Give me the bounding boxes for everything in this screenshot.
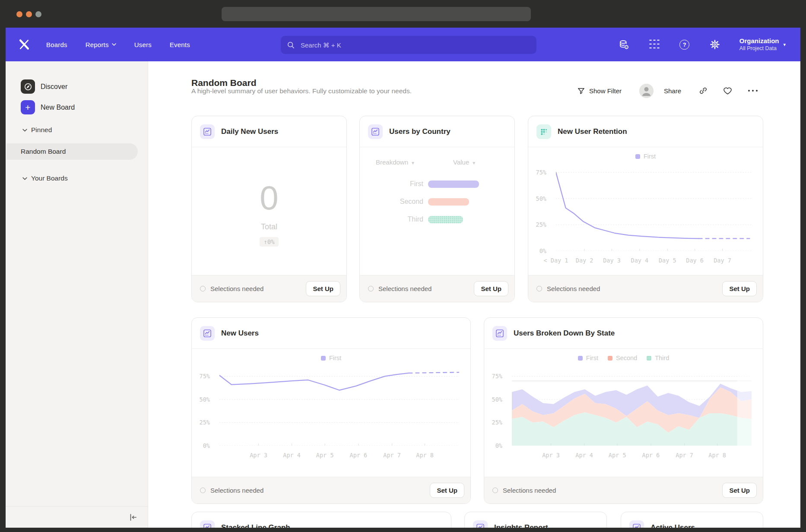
top-nav: Boards Reports Users Events (6, 28, 800, 61)
show-filter-button[interactable]: Show Filter (577, 83, 622, 98)
legend-label: Third (655, 355, 669, 361)
copy-link-button[interactable] (698, 83, 708, 98)
ubc-rows: FirstSecondThird (360, 179, 514, 232)
set-up-button[interactable]: Set Up (306, 281, 340, 296)
y-axis-labels: 75%50%25%0% (484, 367, 507, 446)
breakdown-label: Third (360, 215, 428, 223)
y-tick-label: 50% (536, 195, 546, 202)
caret-down-icon: ▼ (411, 161, 415, 165)
card-users-by-state: Users Broken Down By State FirstSecondTh… (484, 317, 763, 504)
sidebar: Discover + New Board Pinned Random Board… (6, 61, 148, 528)
x-tick-label: Apr 5 (609, 452, 626, 459)
legend-swatch-icon (635, 154, 640, 159)
status-text: Selections needed (503, 487, 556, 494)
value-bar (428, 198, 469, 206)
more-options-button[interactable] (747, 83, 758, 98)
legend-item: Second (608, 355, 637, 361)
nav-item-reports[interactable]: Reports (86, 41, 116, 48)
breakdown-row: Second (360, 196, 514, 207)
x-tick-label: Day 5 (659, 257, 676, 264)
card-new-user-retention: New User Retention First 75%50%25%0% < D… (528, 116, 763, 302)
sidebar-item-discover[interactable]: Discover (21, 79, 67, 94)
card-title: New Users (221, 329, 259, 338)
x-tick-label: Day 4 (631, 257, 649, 264)
search-input[interactable] (300, 41, 530, 49)
retention-chart: First 75%50%25%0% < Day 1Day 2Day 3Day 4… (528, 147, 763, 275)
x-tick-label: Apr 5 (316, 452, 334, 459)
x-tick-label: Apr 4 (575, 452, 593, 459)
metric-body: 0 Total ↑0% (192, 147, 346, 275)
sidebar-item-random-board[interactable]: Random Board (6, 143, 138, 160)
x-tick-label: Apr 8 (416, 452, 434, 459)
nav-item-events[interactable]: Events (170, 41, 190, 48)
org-project: All Project Data (739, 45, 779, 52)
sidebar-item-new-board[interactable]: + New Board (21, 100, 75, 114)
card-title: Insights Report (494, 523, 548, 528)
favorite-button[interactable] (723, 83, 733, 98)
legend-item: Third (647, 355, 669, 361)
board-avatar[interactable] (639, 83, 654, 98)
app-window: Boards Reports Users Events (6, 28, 800, 528)
page-title: Random Board (191, 78, 257, 88)
help-icon[interactable]: ? (679, 39, 690, 50)
address-bar[interactable] (222, 7, 531, 21)
mixpanel-logo-icon[interactable] (18, 38, 31, 51)
column-header-value[interactable]: Value▼ (453, 158, 476, 166)
legend-item: First (321, 355, 341, 361)
plot-area (556, 167, 752, 251)
status-text: Selections needed (547, 285, 600, 292)
org-switcher[interactable]: Organization All Project Data ▾ (739, 37, 786, 52)
plot-area (512, 367, 752, 446)
line-chart-icon (200, 124, 215, 139)
set-up-button[interactable]: Set Up (474, 281, 508, 296)
settings-gear-icon[interactable] (709, 39, 720, 50)
caret-down-icon: ▾ (783, 42, 786, 48)
search-bar[interactable] (281, 36, 536, 54)
y-tick-label: 75% (492, 373, 502, 380)
collapse-sidebar-icon[interactable] (128, 512, 138, 522)
sidebar-section-pinned[interactable]: Pinned (22, 126, 52, 134)
card-stacked-line-graph: Stacked Line Graph (191, 512, 451, 528)
caret-down-icon: ▼ (472, 161, 476, 165)
status-text: Selections needed (210, 487, 263, 494)
set-up-button[interactable]: Set Up (722, 483, 757, 498)
status-text: Selections needed (210, 285, 263, 292)
window-zoom-button[interactable] (35, 11, 41, 17)
plot-area (219, 367, 459, 446)
sidebar-section-your-boards[interactable]: Your Boards (22, 174, 68, 182)
x-tick-label: Day 7 (714, 257, 731, 264)
apps-grid-icon[interactable] (649, 39, 660, 50)
window-minimize-button[interactable] (26, 11, 32, 17)
card-title: Users by Country (389, 127, 451, 136)
nav-item-users[interactable]: Users (134, 41, 152, 48)
line-chart-icon (368, 124, 383, 139)
set-up-button[interactable]: Set Up (430, 483, 464, 498)
share-label: Share (664, 87, 681, 95)
nav-item-label: Boards (46, 41, 67, 48)
chevron-down-icon (112, 43, 116, 46)
y-tick-label: 50% (492, 396, 502, 403)
x-tick-label: < Day 1 (544, 257, 568, 264)
y-tick-label: 50% (200, 396, 210, 403)
sidebar-footer (6, 506, 148, 528)
board-name: Random Board (21, 148, 66, 155)
status-circle-icon (200, 286, 206, 291)
x-tick-label: Apr 6 (642, 452, 660, 459)
search-icon (287, 41, 295, 49)
share-button[interactable]: Share (664, 83, 681, 98)
data-management-icon[interactable] (619, 39, 630, 50)
legend-swatch-icon (608, 356, 612, 361)
line-chart-icon (492, 326, 507, 341)
sidebar-item-label: New Board (41, 104, 75, 111)
y-tick-label: 25% (536, 221, 546, 228)
card-users-by-country: Users by Country Breakdown▼ Value▼ First… (359, 116, 515, 302)
legend-label: First (586, 355, 598, 361)
avatar (639, 84, 654, 98)
ellipsis-icon (747, 88, 758, 93)
card-title: Users Broken Down By State (514, 329, 615, 338)
set-up-button[interactable]: Set Up (722, 281, 757, 296)
y-tick-label: 75% (200, 373, 210, 380)
column-header-breakdown[interactable]: Breakdown▼ (376, 158, 415, 166)
nav-item-boards[interactable]: Boards (46, 41, 67, 48)
window-close-button[interactable] (16, 11, 22, 17)
